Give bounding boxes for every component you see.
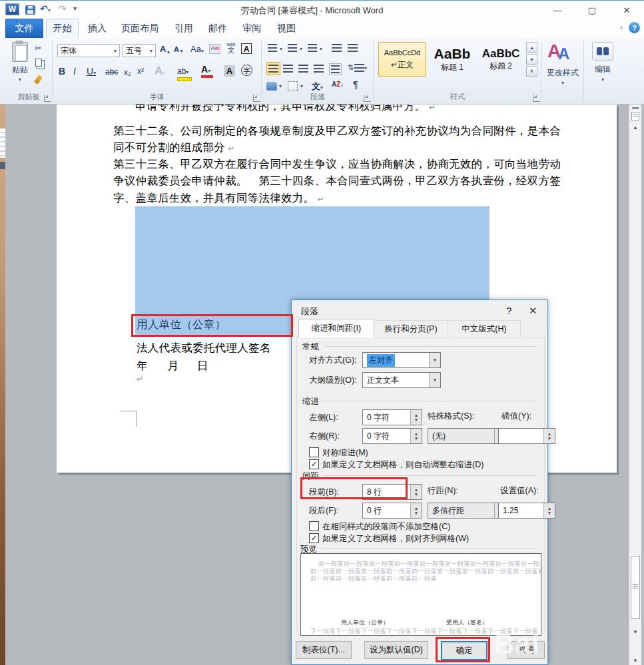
indent-right-spinner[interactable]: 0 字符 ▲▼ [362, 428, 422, 444]
shrink-font-button[interactable]: A▼ [174, 45, 184, 53]
scrollbar-thumb[interactable] [631, 556, 640, 619]
tab-insert[interactable]: 插入 [81, 19, 113, 38]
justify-button[interactable] [314, 65, 324, 73]
dialog-close-icon[interactable]: ✕ [529, 305, 537, 317]
tab-mailings[interactable]: 邮件 [202, 19, 234, 38]
paste-button[interactable]: 粘贴 ▾ [9, 42, 31, 90]
doc-line-1[interactable]: 第三十二条、公司所制定的各项规章制度及甲乙双方签订的补充协议均为合同附件，是本合 [113, 124, 561, 138]
no-space-same-style-checkbox[interactable] [309, 521, 319, 531]
phonetic-guide-button[interactable]: wén 文 [225, 42, 237, 54]
enclose-characters-button[interactable]: 字 [241, 65, 252, 76]
align-center-button[interactable] [283, 65, 293, 73]
strikethrough-button[interactable]: abc [105, 67, 118, 77]
tab-page-layout[interactable]: 页面布局 [115, 19, 165, 38]
bold-button[interactable]: B [59, 66, 65, 77]
vertical-scrollbar[interactable]: ▲ ▼ ▼ [629, 105, 641, 665]
undo-icon[interactable]: ↶▾ [40, 3, 51, 14]
alignment-select[interactable]: 左对齐 ▼ [362, 352, 441, 368]
tabs-button[interactable]: 制表位(T)... [296, 641, 352, 659]
line-spacing-button[interactable]: ⇅▾ [348, 63, 367, 72]
alignment-dropdown-icon[interactable]: ▼ [429, 353, 440, 367]
subscript-button[interactable]: x₂ [124, 68, 131, 77]
close-button[interactable]: ✕ [615, 2, 638, 18]
borders-icon[interactable] [288, 81, 298, 91]
next-page-icon[interactable]: ▼ [629, 658, 641, 664]
qat-customize-icon[interactable]: ▾ [73, 5, 77, 12]
styles-scroll-down-icon[interactable]: ▼ [526, 54, 537, 65]
collapse-ribbon-icon[interactable]: ＾ [618, 24, 625, 33]
space-after-updown-icon[interactable]: ▲▼ [410, 503, 422, 518]
outline-level-select[interactable]: 正文文本 ▼ [362, 372, 441, 388]
special-format-select[interactable]: (无) ▼ [428, 428, 506, 444]
dialog-tab-indents[interactable]: 缩进和间距(I) [298, 319, 374, 337]
clear-formatting-icon[interactable]: A [209, 44, 220, 54]
increase-indent-icon[interactable] [348, 44, 358, 52]
doc-line-5[interactable]: 字、盖章后生效，并具有同等法律效力。 [113, 191, 324, 206]
dialog-tab-asian[interactable]: 中文版式(H) [448, 320, 521, 337]
change-styles-button[interactable]: A A 更改样式 ▾ [542, 38, 583, 104]
editing-button[interactable]: 编辑 ▾ [585, 38, 621, 104]
paragraph-dialog-launcher-icon[interactable] [364, 95, 371, 102]
doc-line-2[interactable]: 同不可分割的组成部分 [113, 140, 234, 155]
distribute-button[interactable] [329, 63, 342, 75]
cut-icon[interactable]: ✂ [35, 43, 42, 53]
style-heading1[interactable]: AaBb 标题 1 [429, 42, 476, 77]
change-case-button[interactable]: Aa▾ [190, 44, 204, 54]
grow-font-button[interactable]: A▲ [160, 44, 170, 54]
dialog-tab-linebreaks[interactable]: 换行和分页(P) [373, 320, 449, 337]
align-left-button[interactable] [266, 62, 280, 75]
at-spinner[interactable]: 1.25 ▲▼ [498, 503, 555, 519]
space-before-updown-icon[interactable]: ▲▼ [410, 485, 422, 499]
indent-left-updown-icon[interactable]: ▲▼ [410, 410, 422, 425]
scroll-up-icon[interactable]: ▲ [629, 124, 641, 130]
split-handle[interactable] [632, 107, 639, 109]
sort-icon[interactable]: AZ↓ [332, 81, 344, 88]
at-updown-icon[interactable]: ▲▼ [543, 503, 555, 518]
format-painter-icon[interactable] [34, 75, 43, 85]
styles-more-icon[interactable]: ⇟ [526, 66, 537, 77]
ruler-toggle-icon[interactable] [631, 112, 639, 120]
mirror-indents-checkbox[interactable] [309, 447, 319, 457]
dialog-help-icon[interactable]: ? [506, 305, 511, 316]
styles-dialog-launcher-icon[interactable] [533, 95, 540, 102]
copy-icon[interactable] [35, 59, 42, 67]
shading-bucket-icon[interactable] [266, 82, 277, 91]
doc-line-0[interactable]: 申请专利并被授予专利权的，其申请权及专利权归属甲方。 [135, 105, 436, 114]
word-logo-icon[interactable]: W [5, 3, 19, 15]
auto-right-indent-checkbox[interactable]: ✓ [309, 459, 319, 469]
align-right-button[interactable] [298, 65, 308, 73]
style-heading2[interactable]: AaBbC 标题 2 [478, 42, 523, 77]
snap-to-grid-checkbox[interactable]: ✓ [309, 533, 319, 543]
set-default-button[interactable]: 设为默认值(D) [364, 641, 428, 659]
underline-button[interactable]: U▾ [87, 66, 96, 77]
date-line[interactable]: 年月日 [137, 359, 208, 373]
numbering-icon[interactable] [288, 44, 297, 52]
superscript-button[interactable]: x² [137, 67, 144, 76]
font-size-select[interactable]: 五号▾ [123, 44, 156, 57]
font-name-select[interactable]: 宋体▾ [57, 44, 120, 57]
decrease-indent-icon[interactable] [332, 44, 342, 52]
indent-right-updown-icon[interactable]: ▲▼ [410, 429, 422, 443]
line-spacing-select[interactable]: 多倍行距 ▼ [428, 503, 506, 519]
multilevel-list-icon[interactable] [308, 44, 317, 52]
tab-references[interactable]: 引用 [168, 19, 200, 38]
character-border-button[interactable]: A [241, 43, 252, 54]
highlight-color-button[interactable]: ab▾ [177, 65, 192, 81]
doc-line-3[interactable]: 第三十三条、甲乙双方在履行合同中发生争议，应当协商解决，协商无效的，可向当地劳动 [113, 157, 561, 172]
tab-home[interactable]: 开始 [46, 19, 79, 38]
outline-dropdown-icon[interactable]: ▼ [429, 373, 440, 387]
bullets-icon[interactable] [268, 44, 277, 52]
asian-layout-icon[interactable]: 文▾ [312, 81, 323, 93]
font-dialog-launcher-icon[interactable] [253, 95, 260, 102]
tab-view[interactable]: 视图 [270, 19, 302, 38]
by-updown-icon[interactable]: ▲▼ [543, 429, 555, 443]
doc-line-4[interactable]: 争议仲裁委员会申请仲裁。 第三十四条、本合同壹式两份，甲乙双方各执壹份，经双方签 [113, 174, 561, 188]
character-shading-button[interactable]: A [224, 65, 235, 77]
font-color-button[interactable]: A▾ [201, 63, 213, 78]
show-hide-pilcrow-icon[interactable]: ¶ [353, 79, 358, 90]
space-after-spinner[interactable]: 0 行 ▲▼ [362, 503, 422, 519]
scroll-down-icon[interactable]: ▼ [629, 629, 641, 635]
tab-review[interactable]: 审阅 [236, 19, 268, 38]
styles-scroll-up-icon[interactable]: ▲ [526, 42, 537, 53]
maximize-button[interactable]: ▢ [581, 2, 603, 18]
